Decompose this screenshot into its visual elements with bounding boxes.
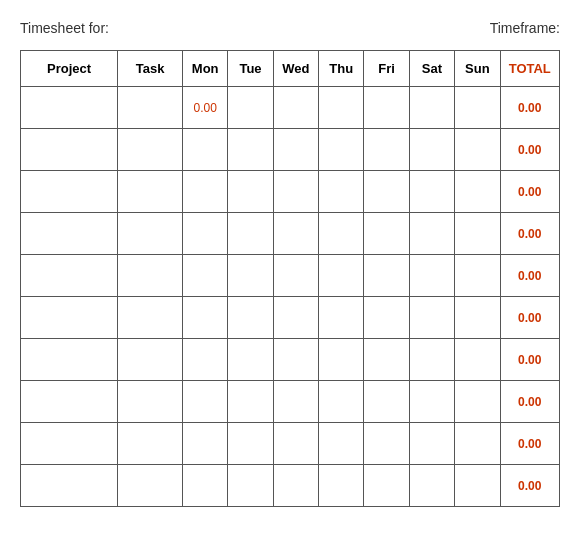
cell-tue-9[interactable] — [228, 465, 273, 507]
col-header-tue: Tue — [228, 51, 273, 87]
cell-wed-0[interactable] — [273, 87, 318, 129]
cell-sun-2[interactable] — [455, 171, 500, 213]
cell-wed-5[interactable] — [273, 297, 318, 339]
cell-sat-3[interactable] — [409, 213, 454, 255]
cell-tue-8[interactable] — [228, 423, 273, 465]
cell-wed-1[interactable] — [273, 129, 318, 171]
cell-task-8[interactable] — [118, 423, 183, 465]
cell-mon-6[interactable] — [183, 339, 228, 381]
cell-thu-9[interactable] — [319, 465, 364, 507]
cell-fri-8[interactable] — [364, 423, 409, 465]
cell-task-2[interactable] — [118, 171, 183, 213]
table-row: 0.00 — [21, 171, 560, 213]
cell-sun-0[interactable] — [455, 87, 500, 129]
cell-tue-2[interactable] — [228, 171, 273, 213]
cell-project-2[interactable] — [21, 171, 118, 213]
cell-thu-8[interactable] — [319, 423, 364, 465]
cell-mon-9[interactable] — [183, 465, 228, 507]
cell-total-0: 0.00 — [500, 87, 559, 129]
cell-thu-3[interactable] — [319, 213, 364, 255]
cell-project-9[interactable] — [21, 465, 118, 507]
timeframe-label: Timeframe: — [490, 20, 560, 36]
cell-sun-6[interactable] — [455, 339, 500, 381]
cell-mon-3[interactable] — [183, 213, 228, 255]
cell-thu-4[interactable] — [319, 255, 364, 297]
cell-task-7[interactable] — [118, 381, 183, 423]
cell-task-0[interactable] — [118, 87, 183, 129]
cell-sat-2[interactable] — [409, 171, 454, 213]
cell-sun-8[interactable] — [455, 423, 500, 465]
cell-thu-7[interactable] — [319, 381, 364, 423]
cell-tue-5[interactable] — [228, 297, 273, 339]
cell-project-0[interactable] — [21, 87, 118, 129]
cell-tue-0[interactable] — [228, 87, 273, 129]
cell-task-4[interactable] — [118, 255, 183, 297]
cell-mon-8[interactable] — [183, 423, 228, 465]
cell-fri-6[interactable] — [364, 339, 409, 381]
table-row: 0.00 — [21, 297, 560, 339]
cell-wed-6[interactable] — [273, 339, 318, 381]
cell-sat-8[interactable] — [409, 423, 454, 465]
cell-sat-7[interactable] — [409, 381, 454, 423]
cell-fri-0[interactable] — [364, 87, 409, 129]
cell-wed-3[interactable] — [273, 213, 318, 255]
cell-mon-7[interactable] — [183, 381, 228, 423]
cell-sun-3[interactable] — [455, 213, 500, 255]
cell-sun-7[interactable] — [455, 381, 500, 423]
cell-thu-5[interactable] — [319, 297, 364, 339]
cell-mon-1[interactable] — [183, 129, 228, 171]
cell-thu-6[interactable] — [319, 339, 364, 381]
cell-sun-5[interactable] — [455, 297, 500, 339]
cell-sat-0[interactable] — [409, 87, 454, 129]
cell-wed-7[interactable] — [273, 381, 318, 423]
cell-sat-9[interactable] — [409, 465, 454, 507]
cell-mon-5[interactable] — [183, 297, 228, 339]
cell-tue-1[interactable] — [228, 129, 273, 171]
cell-project-1[interactable] — [21, 129, 118, 171]
col-header-sun: Sun — [455, 51, 500, 87]
cell-mon-2[interactable] — [183, 171, 228, 213]
cell-wed-2[interactable] — [273, 171, 318, 213]
cell-wed-8[interactable] — [273, 423, 318, 465]
cell-wed-4[interactable] — [273, 255, 318, 297]
cell-thu-1[interactable] — [319, 129, 364, 171]
cell-fri-2[interactable] — [364, 171, 409, 213]
cell-project-4[interactable] — [21, 255, 118, 297]
cell-fri-1[interactable] — [364, 129, 409, 171]
cell-task-6[interactable] — [118, 339, 183, 381]
cell-mon-0[interactable]: 0.00 — [183, 87, 228, 129]
cell-task-1[interactable] — [118, 129, 183, 171]
cell-project-8[interactable] — [21, 423, 118, 465]
cell-fri-4[interactable] — [364, 255, 409, 297]
cell-task-9[interactable] — [118, 465, 183, 507]
cell-wed-9[interactable] — [273, 465, 318, 507]
cell-task-5[interactable] — [118, 297, 183, 339]
cell-project-3[interactable] — [21, 213, 118, 255]
cell-fri-3[interactable] — [364, 213, 409, 255]
cell-thu-0[interactable] — [319, 87, 364, 129]
cell-thu-2[interactable] — [319, 171, 364, 213]
cell-sun-4[interactable] — [455, 255, 500, 297]
cell-fri-5[interactable] — [364, 297, 409, 339]
cell-tue-3[interactable] — [228, 213, 273, 255]
cell-mon-4[interactable] — [183, 255, 228, 297]
cell-sun-1[interactable] — [455, 129, 500, 171]
cell-fri-9[interactable] — [364, 465, 409, 507]
cell-tue-6[interactable] — [228, 339, 273, 381]
cell-total-5: 0.00 — [500, 297, 559, 339]
cell-sat-1[interactable] — [409, 129, 454, 171]
cell-project-6[interactable] — [21, 339, 118, 381]
cell-project-7[interactable] — [21, 381, 118, 423]
cell-total-8: 0.00 — [500, 423, 559, 465]
cell-project-5[interactable] — [21, 297, 118, 339]
table-row: 0.00 — [21, 255, 560, 297]
cell-sat-5[interactable] — [409, 297, 454, 339]
cell-tue-7[interactable] — [228, 381, 273, 423]
cell-total-4: 0.00 — [500, 255, 559, 297]
cell-tue-4[interactable] — [228, 255, 273, 297]
cell-sat-4[interactable] — [409, 255, 454, 297]
cell-sat-6[interactable] — [409, 339, 454, 381]
cell-fri-7[interactable] — [364, 381, 409, 423]
cell-task-3[interactable] — [118, 213, 183, 255]
cell-sun-9[interactable] — [455, 465, 500, 507]
